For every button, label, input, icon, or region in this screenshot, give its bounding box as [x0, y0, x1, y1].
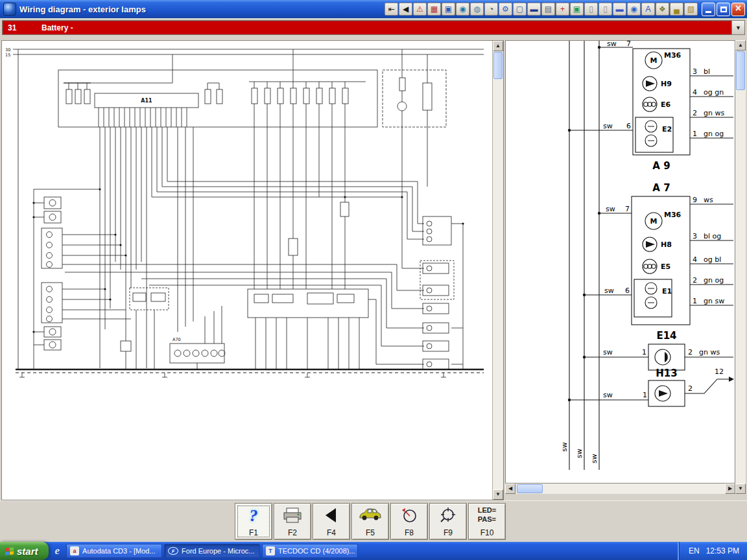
- f1-help-button[interactable]: ? F1: [235, 503, 272, 540]
- document-icon[interactable]: ▯: [584, 3, 598, 16]
- start-label: start: [17, 546, 38, 557]
- arrow-up-icon: ▲: [738, 43, 743, 48]
- f5-label: F5: [366, 528, 375, 537]
- help-icon: ?: [250, 506, 258, 526]
- a7-pin4: 4: [693, 255, 697, 264]
- scroll-down-button[interactable]: ▼: [735, 484, 746, 494]
- task-label: TECDOC CD (4/2008)...: [278, 547, 355, 555]
- notes-icon[interactable]: ▬: [613, 3, 626, 16]
- unit-a70-label: A70: [172, 337, 181, 342]
- system-selector-combobox[interactable]: 31 Battery - ▼: [2, 20, 745, 35]
- scroll-up-button[interactable]: ▲: [735, 40, 746, 51]
- text-size-icon[interactable]: A: [641, 3, 655, 16]
- save-icon[interactable]: ▬: [527, 3, 541, 16]
- a7-c2-label: E5: [661, 262, 670, 271]
- display-icon[interactable]: ▣: [570, 3, 584, 16]
- screen-icon[interactable]: ▢: [513, 3, 527, 16]
- go-back-icon[interactable]: ◀: [399, 3, 412, 16]
- taskbar: start e a Autodata CD3 - [Mod... F Ford …: [0, 542, 747, 560]
- detail-diagram-svg[interactable]: sw 7 M M36 H9 E6 E2 3 bl 4 og gn 2 gn ws…: [506, 41, 735, 483]
- document-2-icon[interactable]: ▯: [599, 3, 612, 16]
- left-pane-vertical-scrollbar[interactable]: ▲ ▼: [492, 41, 503, 500]
- detail-pane: sw 7 M M36 H9 E6 E2 3 bl 4 og gn 2 gn ws…: [505, 40, 746, 494]
- f4-back-button[interactable]: F4: [313, 503, 350, 540]
- function-toolbar: ? F1 F2 F4: [0, 500, 747, 542]
- wiring-diagram-svg[interactable]: 30 15 A11 A70: [3, 41, 493, 499]
- vehicle-icon[interactable]: ▄: [670, 3, 683, 16]
- internet-explorer-icon[interactable]: e: [55, 544, 60, 557]
- a7-pin3-color: bl og: [704, 232, 721, 240]
- bottom-wire-sw-2: sw: [575, 449, 584, 458]
- a9-pin7: 7: [626, 41, 631, 48]
- scroll-thumb[interactable]: [517, 484, 543, 493]
- a7-pin9: 9: [693, 196, 697, 204]
- exit-icon[interactable]: ▧: [684, 3, 698, 16]
- a9-wire-sw7-color: sw: [607, 41, 617, 48]
- wiring-diagram[interactable]: 30 15 A11 A70: [3, 41, 493, 499]
- scroll-down-button[interactable]: ▼: [493, 489, 503, 500]
- pas-label: PAS=: [478, 515, 496, 524]
- taskbar-item-autodata[interactable]: a Autodata CD3 - [Mod...: [66, 544, 162, 558]
- print-icon[interactable]: ▤: [541, 3, 555, 16]
- task-buttons: a Autodata CD3 - [Mod... F Ford Europe -…: [66, 544, 358, 558]
- scroll-thumb[interactable]: [493, 52, 503, 79]
- selector-code: 31: [8, 23, 42, 32]
- a9-pin3: 3: [693, 67, 697, 76]
- taskbar-item-tecdoc[interactable]: T TECDOC CD (4/2008)...: [262, 544, 358, 558]
- close-button[interactable]: ×: [731, 3, 745, 16]
- e14-title: E14: [656, 330, 676, 342]
- scroll-up-button[interactable]: ▲: [493, 41, 503, 51]
- minimize-button[interactable]: [702, 3, 715, 16]
- quick-launch: e: [55, 544, 60, 557]
- monitor-icon[interactable]: ▣: [442, 3, 455, 16]
- globe-icon[interactable]: ◉: [456, 3, 469, 16]
- a7-pin7: 7: [625, 205, 630, 213]
- e14-pin2-color: gn ws: [699, 348, 720, 356]
- a9-pin4-color: og gn: [704, 88, 724, 97]
- autodata-icon: a: [70, 546, 79, 555]
- maximize-button[interactable]: [717, 3, 730, 16]
- bottom-wire-sw-3: sw: [590, 454, 599, 463]
- detail-diagram[interactable]: sw 7 M M36 H9 E6 E2 3 bl 4 og gn 2 gn ws…: [505, 40, 735, 484]
- clock-icon[interactable]: ◔: [484, 3, 498, 16]
- selector-dropdown-button[interactable]: ▼: [731, 21, 744, 34]
- web-icon[interactable]: ◉: [627, 3, 641, 16]
- close-icon: ×: [735, 3, 741, 14]
- scroll-left-button[interactable]: ◀: [505, 484, 516, 494]
- a9-c3-label: E2: [662, 125, 672, 134]
- detail-vertical-scrollbar[interactable]: ▲ ▼: [735, 40, 746, 494]
- f8-label: F8: [405, 528, 414, 537]
- system-tray: EN 12:53 PM: [679, 542, 747, 560]
- a7-pin2: 2: [693, 276, 697, 285]
- go-first-icon[interactable]: ⇤: [385, 3, 398, 16]
- title-bar[interactable]: Wiring diagram - exterior lamps ⇤◀⚠▦▣◉◍◔…: [0, 0, 747, 18]
- settings-icon[interactable]: ⚙: [499, 3, 512, 16]
- taskbar-clock[interactable]: 12:53 PM: [706, 546, 739, 555]
- f5-vehicle-button[interactable]: F5: [351, 503, 389, 540]
- gauge-icon: [400, 506, 418, 524]
- start-button[interactable]: start: [0, 542, 49, 560]
- windows-logo-icon: [5, 547, 14, 555]
- taskbar-item-ford[interactable]: F Ford Europe - Microc...: [164, 544, 260, 558]
- parts-icon[interactable]: ❖: [656, 3, 669, 16]
- selector-field[interactable]: 31 Battery -: [3, 21, 731, 34]
- a7-title: A 7: [652, 182, 670, 194]
- e14-wire-color: sw: [603, 348, 613, 356]
- application-window: Wiring diagram - exterior lamps ⇤◀⚠▦▣◉◍◔…: [0, 0, 747, 560]
- f9-zoom-button[interactable]: F9: [429, 503, 467, 540]
- service-data-icon[interactable]: ▦: [427, 3, 441, 16]
- detail-horizontal-scrollbar[interactable]: ◀ ▶: [505, 484, 735, 494]
- a7-pin1-color: gn sw: [704, 297, 724, 305]
- scroll-right-button[interactable]: ▶: [725, 484, 735, 494]
- led-label: LED=: [478, 506, 496, 515]
- repair-icon[interactable]: +: [556, 3, 569, 16]
- language-indicator[interactable]: EN: [689, 546, 700, 555]
- motor-symbol: M: [650, 217, 658, 226]
- f2-print-button[interactable]: F2: [274, 503, 311, 540]
- f8-locate-button[interactable]: F8: [390, 503, 428, 540]
- warning-icon[interactable]: ⚠: [413, 3, 427, 16]
- a9-pin6: 6: [626, 122, 631, 130]
- scroll-thumb[interactable]: [736, 51, 745, 90]
- world-icon[interactable]: ◍: [470, 3, 484, 16]
- f10-lamp-type-button[interactable]: LED= PAS= F10: [468, 503, 506, 540]
